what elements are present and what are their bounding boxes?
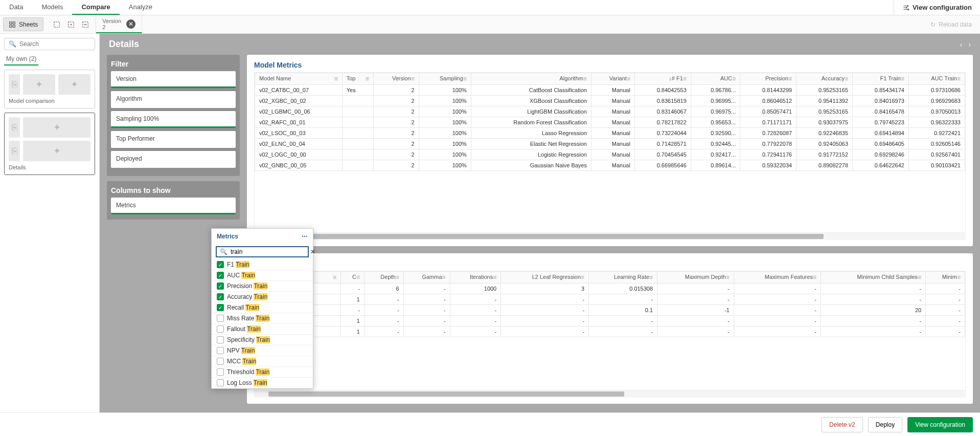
column-header[interactable]: Model Name≡ [255, 73, 343, 85]
column-menu-icon[interactable]: ≡ [649, 274, 653, 281]
sheet-thumb-model-comparison[interactable]: ⎘ ✦ ✦ Model comparison [4, 70, 95, 108]
checkbox-icon[interactable] [217, 368, 224, 376]
column-menu-icon[interactable]: ≡ [726, 274, 730, 281]
close-icon[interactable]: ✕ [126, 19, 135, 29]
selection-tool-1-icon[interactable] [52, 19, 62, 30]
column-header[interactable]: Depth≡ [364, 272, 403, 284]
table-row[interactable]: v02_LSOC_00_032100%Lasso RegressionManua… [255, 128, 965, 139]
metric-option[interactable]: Log Loss Train [212, 378, 313, 388]
search-box[interactable]: 🔍 [4, 38, 95, 50]
table-row[interactable]: v02_LOGC_00_002100%Logistic RegressionMa… [255, 149, 965, 160]
selection-tool-3-icon[interactable] [80, 19, 90, 30]
table-row[interactable]: v02_LGBMC_00_06-----0.1-1-20- [255, 305, 965, 316]
chevron-right-icon[interactable]: › [968, 40, 971, 49]
column-header[interactable]: Minim≡ [926, 272, 965, 284]
column-menu-icon[interactable]: ≡ [463, 75, 467, 82]
filter-item[interactable]: Algorithm [111, 91, 236, 108]
column-menu-icon[interactable]: ≡ [957, 274, 961, 281]
search-input[interactable] [19, 40, 90, 48]
column-menu-icon[interactable]: ≡ [788, 75, 792, 82]
metric-option[interactable]: ✓Precision Train [212, 281, 313, 292]
checkbox-icon[interactable] [217, 315, 224, 322]
column-header[interactable]: ≡↓# F1 [634, 73, 691, 85]
metrics-search[interactable]: 🔍 ✕ [216, 246, 309, 257]
column-header[interactable]: Algorithm≡ [471, 73, 591, 85]
tab-data[interactable]: Data [0, 0, 32, 15]
column-menu-icon[interactable]: ≡ [683, 75, 687, 82]
column-header[interactable]: Maximum Features≡ [734, 272, 821, 284]
view-configuration-top[interactable]: View configuration [894, 0, 980, 15]
metric-option[interactable]: ✓Accuracy Train [212, 292, 313, 302]
tab-analyze[interactable]: Analyze [120, 0, 162, 15]
checkbox-icon[interactable]: ✓ [217, 261, 224, 268]
tab-models[interactable]: Models [32, 0, 72, 15]
chevron-left-icon[interactable]: ‹ [960, 40, 963, 49]
checkbox-icon[interactable]: ✓ [217, 304, 224, 311]
table-row[interactable]: v02_LGBMC_00_062100%LightGBM Classificat… [255, 106, 965, 117]
delete-button[interactable]: Delete v2 [822, 417, 863, 432]
h-scrollbar[interactable] [254, 233, 966, 240]
column-menu-icon[interactable]: ≡ [442, 274, 446, 281]
filter-item[interactable]: Sampling 100% [111, 111, 236, 128]
model-metrics-table-wrap[interactable]: Model Name≡Top≡Version≡Sampling≡Algorith… [254, 72, 966, 233]
column-menu-icon[interactable]: ≡ [627, 75, 630, 82]
filter-item[interactable]: Deployed [111, 151, 236, 168]
column-header[interactable]: Version≡ [373, 73, 419, 85]
column-header[interactable]: Maximum Depth≡ [657, 272, 734, 284]
column-menu-icon[interactable]: ≡ [333, 274, 336, 281]
table-row[interactable]: v02_ELNC_00_041--------- [255, 294, 965, 305]
table-row[interactable]: v02_XGBC_00_022100%XGBoost Classificatio… [255, 96, 965, 106]
sheets-button[interactable]: Sheets [3, 17, 43, 31]
column-menu-icon[interactable]: ≡ [813, 274, 816, 281]
deploy-button[interactable]: Deploy [868, 417, 902, 432]
column-menu-icon[interactable]: ≡ [356, 274, 360, 281]
version-tab[interactable]: Version 2 ✕ [96, 15, 142, 33]
table-row[interactable]: v02_ELNC_00_042100%Elastic Net Regressio… [255, 139, 965, 149]
tab-compare[interactable]: Compare [72, 0, 119, 15]
column-menu-icon[interactable]: ≡ [918, 274, 921, 281]
metrics-item[interactable]: Metrics [111, 198, 236, 214]
table-row[interactable]: v02_RAFC_00_012100%Random Forest Classif… [255, 117, 965, 128]
h-scrollbar[interactable] [254, 390, 966, 398]
checkbox-icon[interactable] [217, 379, 224, 386]
filter-item[interactable]: Version [111, 71, 236, 88]
metric-option[interactable]: Fallout Train [212, 324, 313, 335]
metrics-search-input[interactable] [231, 248, 307, 255]
view-configuration-button[interactable]: View configuration [907, 417, 973, 432]
checkbox-icon[interactable]: ✓ [217, 272, 224, 279]
column-menu-icon[interactable]: ≡ [845, 75, 848, 82]
hyperparameters-table-wrap[interactable]: Model Name ↑#≡C≡Depth≡Gamma≡Iterations≡L… [254, 271, 966, 390]
column-menu-icon[interactable]: ≡ [901, 75, 904, 82]
metric-option[interactable]: ✓Recall Train [212, 302, 313, 313]
column-header[interactable]: C≡ [340, 272, 364, 284]
more-icon[interactable]: ⋯ [302, 233, 308, 240]
metric-option[interactable]: ✓AUC Train [212, 270, 313, 281]
reload-button[interactable]: ↻ Reload data [922, 21, 980, 28]
column-menu-icon[interactable]: ≡ [583, 75, 587, 82]
column-menu-icon[interactable]: ≡ [334, 75, 338, 82]
column-header[interactable]: Learning Rate≡ [589, 272, 657, 284]
table-row[interactable]: v02_LOGC_00_001--------- [255, 316, 965, 326]
checkbox-icon[interactable] [217, 336, 224, 343]
sheet-thumb-details[interactable]: ⎘ ✦ ⎘ ✦ Details [4, 113, 95, 175]
checkbox-icon[interactable] [217, 347, 224, 354]
filter-item[interactable]: Top Performer [111, 131, 236, 148]
table-row[interactable]: v02_GNBC_00_052100%Gaussian Naive BayesM… [255, 160, 965, 171]
column-header[interactable]: Accuracy≡ [796, 73, 853, 85]
column-header[interactable]: F1 Train≡ [853, 73, 909, 85]
column-menu-icon[interactable]: ≡ [366, 75, 369, 82]
column-menu-icon[interactable]: ≡ [732, 75, 736, 82]
column-header[interactable]: Minimum Child Samples≡ [821, 272, 925, 284]
metric-option[interactable]: Miss Rate Train [212, 313, 313, 324]
column-header[interactable]: Precision≡ [740, 73, 796, 85]
metric-option[interactable]: ✓F1 Train [212, 259, 313, 270]
column-header[interactable]: Iterations≡ [450, 272, 501, 284]
column-menu-icon[interactable]: ≡ [396, 274, 399, 281]
metric-option[interactable]: MCC Train [212, 356, 313, 367]
column-menu-icon[interactable]: ≡ [581, 274, 584, 281]
column-header[interactable]: L2 Leaf Regression≡ [501, 272, 589, 284]
metric-option[interactable]: NPV Train [212, 345, 313, 356]
checkbox-icon[interactable]: ✓ [217, 293, 224, 300]
myown-tab[interactable]: My own (2) [4, 50, 38, 66]
column-menu-icon[interactable]: ≡ [957, 75, 961, 82]
